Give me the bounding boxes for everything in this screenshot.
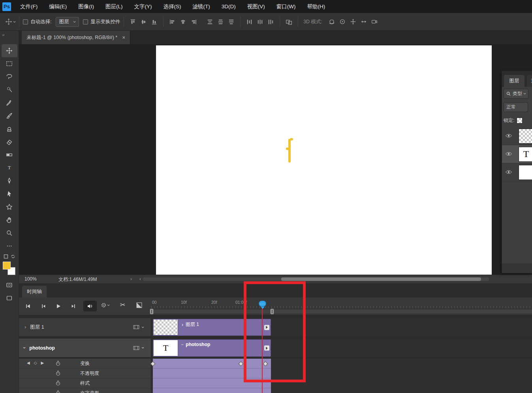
status-expand-icon[interactable]: › xyxy=(130,276,132,282)
auto-select-checkbox[interactable]: 自动选择: xyxy=(23,19,51,25)
document-tab[interactable]: 未标题-1 @ 100% (photoshop, RGB/8#) * × xyxy=(22,31,130,44)
mini-swatch-icons[interactable] xyxy=(4,253,15,260)
stopwatch-icon[interactable] xyxy=(55,361,61,368)
property-header-opacity[interactable]: 不透明度 xyxy=(19,369,151,378)
track-toggle-icons[interactable]: › xyxy=(133,325,144,330)
visibility-eye-icon[interactable] xyxy=(505,169,512,176)
eraser-tool[interactable] xyxy=(2,135,17,148)
show-transform-checkbox[interactable]: 显示变换控件 xyxy=(83,19,120,25)
align-hcenter-icon[interactable] xyxy=(178,17,188,27)
lock-transparent-icon[interactable] xyxy=(517,118,523,124)
tab-channels[interactable]: 通道 xyxy=(527,75,532,87)
scroll-left-icon[interactable]: ‹ xyxy=(139,276,141,282)
menu-item-help[interactable]: 帮助(H) xyxy=(303,0,329,13)
more-tools-icon[interactable] xyxy=(2,240,17,253)
mute-audio-button[interactable] xyxy=(83,301,97,311)
track-toggle-icons[interactable]: › xyxy=(133,345,144,350)
shape-tool[interactable] xyxy=(2,200,17,213)
transition-icon[interactable] xyxy=(136,302,143,310)
track-header-photoshop[interactable]: › photoshop › xyxy=(19,339,151,357)
align-bottom-icon[interactable] xyxy=(149,17,160,27)
stopwatch-icon[interactable] xyxy=(55,380,61,387)
eyedropper-tool[interactable] xyxy=(2,96,17,109)
auto-align-layers-icon[interactable] xyxy=(284,17,294,27)
hand-tool[interactable] xyxy=(2,213,17,226)
menu-item-3d[interactable]: 3D(D) xyxy=(217,0,240,13)
stopwatch-icon[interactable] xyxy=(55,371,61,378)
prev-keyframe-icon[interactable]: ◀ xyxy=(27,361,30,365)
time-ruler[interactable] xyxy=(151,306,532,308)
gradient-tool[interactable] xyxy=(2,148,17,161)
checkbox-box[interactable] xyxy=(83,19,88,24)
layer-row-text[interactable]: T xyxy=(502,145,532,163)
menu-item-layer[interactable]: 图层(L) xyxy=(101,0,127,13)
distribute-left-icon[interactable] xyxy=(244,17,255,27)
track-lane-layer1[interactable]: › 图层 1 xyxy=(151,318,532,337)
3d-pan-icon[interactable] xyxy=(348,17,358,27)
zoom-level[interactable]: 100% xyxy=(24,276,37,282)
tab-timeline[interactable]: 时间轴 xyxy=(22,286,47,298)
track-lane-photoshop[interactable]: T › photoshop xyxy=(151,339,532,357)
3d-camera-icon[interactable] xyxy=(369,17,380,27)
align-vcenter-icon[interactable] xyxy=(138,17,149,27)
align-left-icon[interactable] xyxy=(167,17,178,27)
distribute-top-icon[interactable] xyxy=(205,17,215,27)
move-tool[interactable] xyxy=(2,44,17,57)
property-lane-transform[interactable] xyxy=(151,359,532,369)
distribute-vcenter-icon[interactable] xyxy=(215,17,226,27)
first-frame-button[interactable] xyxy=(23,302,33,311)
menu-item-window[interactable]: 窗口(W) xyxy=(272,0,300,13)
split-clip-icon[interactable]: ✂ xyxy=(120,301,125,309)
property-lane-style[interactable] xyxy=(151,378,532,388)
menu-item-view[interactable]: 视图(V) xyxy=(243,0,269,13)
visibility-eye-icon[interactable] xyxy=(505,151,512,158)
menu-item-select[interactable]: 选择(S) xyxy=(159,0,186,13)
expand-chevron-icon[interactable]: › xyxy=(24,324,26,330)
scrollbar-thumb[interactable] xyxy=(281,277,481,281)
screen-mode-icon[interactable] xyxy=(2,292,17,305)
background-thumbnail[interactable] xyxy=(519,165,532,180)
clone-stamp-tool[interactable] xyxy=(2,122,17,135)
play-button[interactable] xyxy=(53,302,64,311)
layer-thumbnail[interactable] xyxy=(519,129,532,144)
distribute-right-icon[interactable] xyxy=(265,17,276,27)
lasso-tool[interactable] xyxy=(2,70,17,83)
property-header-transform[interactable]: ◀ ◇ ▶ 变换 xyxy=(19,359,151,369)
stopwatch-icon[interactable] xyxy=(55,390,61,393)
add-keyframe-icon[interactable]: ◇ xyxy=(34,361,37,365)
menu-item-image[interactable]: 图像(I) xyxy=(74,0,98,13)
work-area-start-handle[interactable] xyxy=(150,309,154,314)
zoom-tool[interactable] xyxy=(2,226,17,240)
property-lane-text-warp[interactable] xyxy=(151,388,532,393)
property-header-text-warp[interactable]: 文字变形 xyxy=(19,388,151,393)
auto-select-target-dropdown[interactable]: 图层 › xyxy=(56,17,79,27)
menu-item-filter[interactable]: 滤镜(T) xyxy=(188,0,214,13)
color-swatches[interactable] xyxy=(0,260,19,279)
collapse-chevron-icon[interactable]: › xyxy=(180,344,185,345)
menu-item-file[interactable]: 文件(F) xyxy=(16,0,42,13)
timeline-settings-button[interactable]: › xyxy=(100,302,109,309)
collapse-chevron-icon[interactable]: › xyxy=(22,347,27,348)
path-select-tool[interactable] xyxy=(2,187,17,200)
3d-slide-icon[interactable] xyxy=(358,17,369,27)
track-header-layer1[interactable]: › 图层 1 › xyxy=(19,318,151,337)
pen-tool[interactable] xyxy=(2,174,17,187)
align-right-icon[interactable] xyxy=(188,17,199,27)
horizontal-scrollbar[interactable] xyxy=(143,277,489,281)
visibility-eye-icon[interactable] xyxy=(505,133,512,140)
3d-roll-icon[interactable] xyxy=(337,17,348,27)
keyframe-navigator[interactable]: ◀ ◇ ▶ xyxy=(27,361,44,365)
expand-chevron-icon[interactable]: › xyxy=(182,322,183,328)
layer-row-layer1[interactable] xyxy=(502,127,532,145)
next-frame-button[interactable] xyxy=(69,302,79,311)
next-keyframe-icon[interactable]: ▶ xyxy=(41,361,44,365)
tab-layers[interactable]: 图层 xyxy=(504,75,524,87)
menu-item-edit[interactable]: 编辑(E) xyxy=(45,0,71,13)
work-area-bar[interactable] xyxy=(151,309,532,314)
blend-mode-dropdown[interactable]: 正常 xyxy=(504,102,528,112)
collapse-panel-icon[interactable]: » xyxy=(0,31,19,44)
foreground-color-swatch[interactable] xyxy=(3,262,11,269)
filter-type-dropdown[interactable]: 类型 › xyxy=(504,89,528,99)
menu-item-type[interactable]: 文字(Y) xyxy=(130,0,156,13)
quick-selection-tool[interactable] xyxy=(2,83,17,96)
